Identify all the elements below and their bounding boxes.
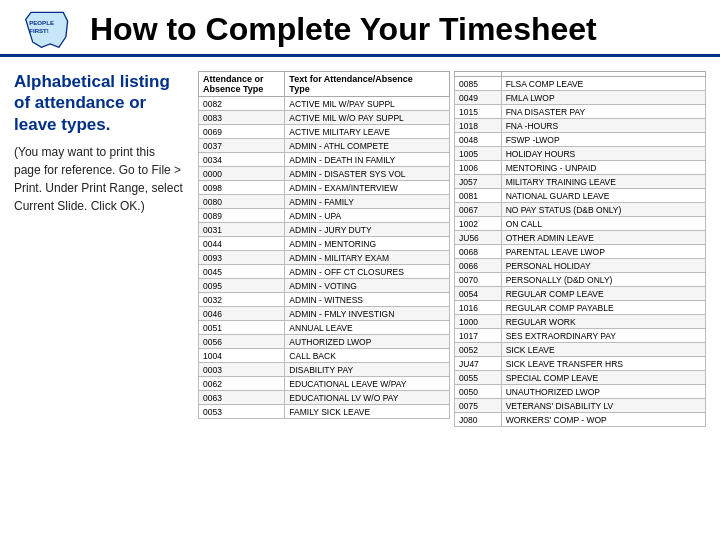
table-row: 0050UNAUTHORIZED LWOP: [455, 385, 706, 399]
table-row: 0049FMLA LWOP: [455, 91, 706, 105]
code-cell: 0046: [199, 307, 285, 321]
desc-cell: ADMIN - DISASTER SYS VOL: [285, 167, 450, 181]
desc-cell: FNA DISASTER PAY: [501, 105, 705, 119]
code-cell: 0093: [199, 251, 285, 265]
page-title: How to Complete Your Timesheet: [90, 11, 597, 48]
table-row: 1018FNA -HOURS: [455, 119, 706, 133]
desc-cell: FSWP -LWOP: [501, 133, 705, 147]
logo-icon: PEOPLE FIRST!: [24, 10, 72, 48]
desc-cell: ACTIVE MIL W/O PAY SUPPL: [285, 111, 450, 125]
table-row: 0063EDUCATIONAL LV W/O PAY: [199, 391, 450, 405]
table-row: 0000ADMIN - DISASTER SYS VOL: [199, 167, 450, 181]
code-cell: 0075: [455, 399, 502, 413]
table-row: 0085FLSA COMP LEAVE: [455, 77, 706, 91]
left-subtext: (You may want to print this page for ref…: [14, 143, 184, 215]
table-row: 1005HOLIDAY HOURS: [455, 147, 706, 161]
code-cell: 0032: [199, 293, 285, 307]
code-cell: 1000: [455, 315, 502, 329]
table-row: JU47SICK LEAVE TRANSFER HRS: [455, 357, 706, 371]
table-row: 0034ADMIN - DEATH IN FAMILY: [199, 153, 450, 167]
code-cell: JU47: [455, 357, 502, 371]
desc-cell: ADMIN - MENTORING: [285, 237, 450, 251]
code-cell: 0080: [199, 195, 285, 209]
desc-cell: ADMIN - ATHL COMPETE: [285, 139, 450, 153]
desc-cell: MENTORING - UNPAID: [501, 161, 705, 175]
code-cell: 1005: [455, 147, 502, 161]
code-cell: 0052: [455, 343, 502, 357]
table-row: 0037ADMIN - ATHL COMPETE: [199, 139, 450, 153]
desc-cell: NATIONAL GUARD LEAVE: [501, 189, 705, 203]
desc-cell: NO PAY STATUS (D&B ONLY): [501, 203, 705, 217]
desc-cell: SICK LEAVE TRANSFER HRS: [501, 357, 705, 371]
desc-cell: ADMIN - FMLY INVESTIGN: [285, 307, 450, 321]
desc-cell: ACTIVE MIL W/PAY SUPPL: [285, 97, 450, 111]
code-cell: 0082: [199, 97, 285, 111]
desc-cell: UNAUTHORIZED LWOP: [501, 385, 705, 399]
desc-cell: ON CALL: [501, 217, 705, 231]
desc-cell: ADMIN - DEATH IN FAMILY: [285, 153, 450, 167]
table-left: Attendance orAbsence Type Text for Atten…: [198, 71, 450, 427]
desc-cell: FAMILY SICK LEAVE: [285, 405, 450, 419]
table-right: 0085FLSA COMP LEAVE0049FMLA LWOP1015FNA …: [454, 71, 706, 427]
code-cell: 0055: [455, 371, 502, 385]
table-row: 0082ACTIVE MIL W/PAY SUPPL: [199, 97, 450, 111]
desc-cell: ADMIN - VOTING: [285, 279, 450, 293]
code-cell: 0085: [455, 77, 502, 91]
table-row: 0044ADMIN - MENTORING: [199, 237, 450, 251]
desc-cell: FMLA LWOP: [501, 91, 705, 105]
desc-cell: REGULAR COMP LEAVE: [501, 287, 705, 301]
code-cell: 0053: [199, 405, 285, 419]
desc-cell: ADMIN - MILITARY EXAM: [285, 251, 450, 265]
code-cell: 0051: [199, 321, 285, 335]
table-row: 0003DISABILITY PAY: [199, 363, 450, 377]
table-row: 0051ANNUAL LEAVE: [199, 321, 450, 335]
code-cell: 0031: [199, 223, 285, 237]
desc-cell: PERSONALLY (D&D ONLY): [501, 273, 705, 287]
code-cell: 0068: [455, 245, 502, 259]
table-row: 0067NO PAY STATUS (D&B ONLY): [455, 203, 706, 217]
code-cell: 0089: [199, 209, 285, 223]
table-row: 0031ADMIN - JURY DUTY: [199, 223, 450, 237]
code-cell: 0034: [199, 153, 285, 167]
left-panel: Alphabetical listing of attendance or le…: [14, 71, 184, 527]
attendance-table-left: Attendance orAbsence Type Text for Atten…: [198, 71, 450, 419]
table-row: 1002ON CALL: [455, 217, 706, 231]
code-cell: 0000: [199, 167, 285, 181]
col-desc-header: Text for Attendance/AbsenceType: [285, 72, 450, 97]
desc-cell: HOLIDAY HOURS: [501, 147, 705, 161]
table-row: 0075VETERANS' DISABILITY LV: [455, 399, 706, 413]
desc-cell: SICK LEAVE: [501, 343, 705, 357]
code-cell: 1002: [455, 217, 502, 231]
table-row: 0066PERSONAL HOLIDAY: [455, 259, 706, 273]
code-cell: 1018: [455, 119, 502, 133]
table-row: J080WORKERS' COMP - WOP: [455, 413, 706, 427]
code-cell: 1015: [455, 105, 502, 119]
desc-cell: MILITARY TRAINING LEAVE: [501, 175, 705, 189]
code-cell: J080: [455, 413, 502, 427]
desc-cell: PARENTAL LEAVE LWOP: [501, 245, 705, 259]
main-content: Alphabetical listing of attendance or le…: [0, 57, 720, 527]
table-row: 0056AUTHORIZED LWOP: [199, 335, 450, 349]
table-row: 0069ACTIVE MILITARY LEAVE: [199, 125, 450, 139]
table-row: 1004CALL BACK: [199, 349, 450, 363]
code-cell: JU56: [455, 231, 502, 245]
table-row: 0045ADMIN - OFF CT CLOSURES: [199, 265, 450, 279]
table-row: 0046ADMIN - FMLY INVESTIGN: [199, 307, 450, 321]
table-row: 0083ACTIVE MIL W/O PAY SUPPL: [199, 111, 450, 125]
table-row: 0055SPECIAL COMP LEAVE: [455, 371, 706, 385]
header: PEOPLE FIRST! How to Complete Your Times…: [0, 0, 720, 57]
table-row: 1015FNA DISASTER PAY: [455, 105, 706, 119]
desc-cell: AUTHORIZED LWOP: [285, 335, 450, 349]
table-row: 0089ADMIN - UPA: [199, 209, 450, 223]
table-row: 0054REGULAR COMP LEAVE: [455, 287, 706, 301]
svg-text:FIRST!: FIRST!: [29, 27, 49, 34]
desc-cell: ADMIN - WITNESS: [285, 293, 450, 307]
table-row: 0098ADMIN - EXAM/INTERVIEW: [199, 181, 450, 195]
table-row: 0068PARENTAL LEAVE LWOP: [455, 245, 706, 259]
desc-cell: ADMIN - FAMILY: [285, 195, 450, 209]
table-row: 0070PERSONALLY (D&D ONLY): [455, 273, 706, 287]
code-cell: J057: [455, 175, 502, 189]
table-row: 0032ADMIN - WITNESS: [199, 293, 450, 307]
desc-cell: REGULAR COMP PAYABLE: [501, 301, 705, 315]
table-row: 0053FAMILY SICK LEAVE: [199, 405, 450, 419]
